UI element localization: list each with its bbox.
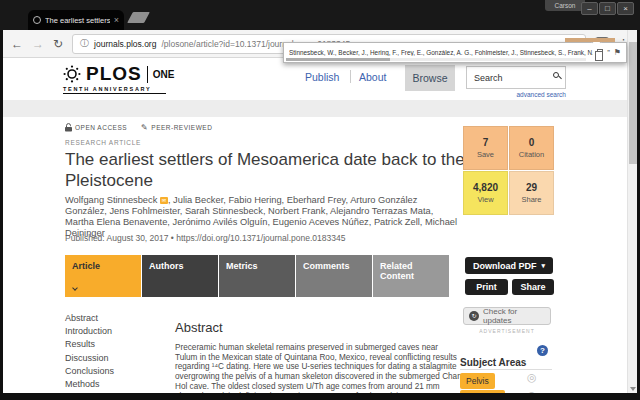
subject-target-icon[interactable]: ◎ [527,371,537,384]
minimize-button[interactable]: – [581,2,598,15]
nav-publish[interactable]: Publish [305,71,339,83]
scrollbar-down-arrow-icon[interactable] [630,387,636,391]
back-button[interactable]: ← [11,38,23,50]
abstract-paragraph: Preceramic human skeletal remains preser… [175,343,462,393]
check-updates-button[interactable]: ↻ Check for updates [463,307,551,325]
logo-plos-text: PLOS [86,63,142,85]
tab-metrics-label: Metrics [226,261,258,271]
section-nav-supporting[interactable]: Supporting information [65,391,156,393]
caret-down-icon: ▾ [541,262,545,270]
tab-article[interactable]: Article [65,255,141,297]
tab-related-label: Related Content [380,261,414,281]
section-nav-abstract[interactable]: Abstract [65,312,156,325]
url-host: journals.plos.org [94,39,156,49]
published-line: Published: August 30, 2017 • https://doi… [65,233,345,243]
window-controls: – □ × [581,2,634,15]
section-nav-results[interactable]: Results [65,338,156,351]
subject-areas-help-button[interactable]: ? [537,345,548,356]
tab-comments-label: Comments [303,261,350,271]
chevron-down-icon [72,285,78,291]
tab-authors[interactable]: Authors [142,255,218,297]
peer-reviewed-badge: ✎ PEER-REVIEWED [141,123,212,132]
flag-icon[interactable]: ⚑ [614,49,621,57]
check-updates-label: Check for updates [483,307,545,325]
page-info-icon[interactable]: ⓘ [80,37,89,50]
print-button[interactable]: Print [465,279,508,295]
plos-logo[interactable]: PLOS ONE TENTH ANNIVERSARY [63,63,174,94]
popup-scrollbar-thumb[interactable] [286,58,390,61]
scrollbar-thumb[interactable] [629,42,637,164]
tab-comments[interactable]: Comments [296,255,372,297]
metric-save-label: Save [477,150,494,159]
advertisement-label: ADVERTISEMENT [463,328,551,334]
metric-view-label: View [477,195,493,204]
download-pdf-label: Download PDF [473,261,537,271]
new-tab-button[interactable] [127,12,150,23]
article-title: The earliest settlers of Mesoamerica dat… [65,149,497,191]
popup-horizontal-scrollbar[interactable] [286,58,586,61]
corresponding-author-icon[interactable]: ✉ [160,197,168,204]
download-pdf-button[interactable]: Download PDF ▾ [465,257,553,274]
metric-citation[interactable]: 0 Citation [509,126,554,170]
metric-share-value: 29 [526,182,537,193]
browser-tab[interactable]: The earliest settlers of M × [28,10,124,30]
section-nav-discussion[interactable]: Discussion [65,352,156,365]
abstract-heading: Abstract [175,320,223,335]
tab-metrics[interactable]: Metrics [219,255,295,297]
published-date: Published: August 30, 2017 • [65,233,174,243]
metric-share-label: Share [521,195,541,204]
author-first[interactable]: Wolfgang Stinnesbeck [65,195,157,205]
abstract-text: Preceramic human skeletal remains preser… [175,343,462,393]
share-button[interactable]: Share [512,279,554,295]
metric-view[interactable]: 4,820 View [463,171,508,215]
search-input[interactable] [466,66,566,89]
nav-about[interactable]: About [359,71,386,83]
profile-label[interactable]: Carson [545,0,585,11]
metrics-grid: 7 Save 0 Citation 4,820 View 29 Share [463,126,554,215]
metric-citation-value: 0 [529,137,535,148]
metric-share[interactable]: 29 Share [509,171,554,215]
tab-close-icon[interactable]: × [114,16,119,25]
subject-tag-pelvis[interactable]: Pelvis [460,373,495,389]
subject-areas-divider [460,369,552,370]
crossmark-icon: ↻ [469,311,479,321]
metric-save[interactable]: 7 Save [463,126,508,170]
tab-authors-label: Authors [149,261,184,271]
cite-icon[interactable]: ” [607,49,610,57]
logo-tagline: TENTH ANNIVERSARY [63,86,166,94]
maximize-button[interactable]: □ [599,2,616,15]
section-nav-introduction[interactable]: Introduction [65,325,156,338]
search-icon[interactable] [553,72,559,78]
section-nav-conclusions[interactable]: Conclusions [65,365,156,378]
subject-tag-skeleton[interactable]: Skeleton [460,390,505,393]
forward-button[interactable]: → [32,38,44,50]
advanced-search-link[interactable]: advanced search [466,91,566,98]
toolbar-highlight [565,38,615,42]
tab-title: The earliest settlers of M [45,16,110,25]
article-card: OPEN ACCESS ✎ PEER-REVIEWED RESEARCH ART… [3,117,627,393]
close-button[interactable]: × [617,2,634,15]
subject-target-icon-2[interactable]: ◎ [527,389,537,393]
nav-browse-button[interactable]: Browse [405,65,455,91]
nav-separator [350,70,351,83]
copy-icon[interactable] [597,49,603,57]
subject-areas-heading: Subject Areas [460,357,526,368]
refresh-button[interactable]: ↻ [53,38,63,50]
pencil-icon: ✎ [141,123,148,132]
page-scrollbar[interactable] [627,30,637,393]
article-kicker: RESEARCH ARTICLE [65,139,141,146]
section-nav: Abstract Introduction Results Discussion… [65,312,156,393]
tab-related-content[interactable]: Related Content [373,255,449,297]
metric-save-value: 7 [483,137,489,148]
site-header: PLOS ONE TENTH ANNIVERSARY Publish About… [3,58,627,100]
abstract-italic-phrase: terminus ante quem [281,392,353,393]
plos-favicon-icon [33,16,41,24]
citation-text: Stinnesbeck, W., Becker, J., Hering, F.,… [289,49,593,56]
metric-view-value: 4,820 [473,182,498,193]
open-access-label: OPEN ACCESS [75,124,127,131]
doi-link[interactable]: https://doi.org/10.1371/journal.pone.018… [176,233,345,243]
article-tabs: Article Authors Metrics Comments Related… [65,255,449,297]
logo-one-text: ONE [153,69,175,80]
section-nav-methods[interactable]: Methods [65,378,156,391]
open-lock-icon [65,123,72,132]
